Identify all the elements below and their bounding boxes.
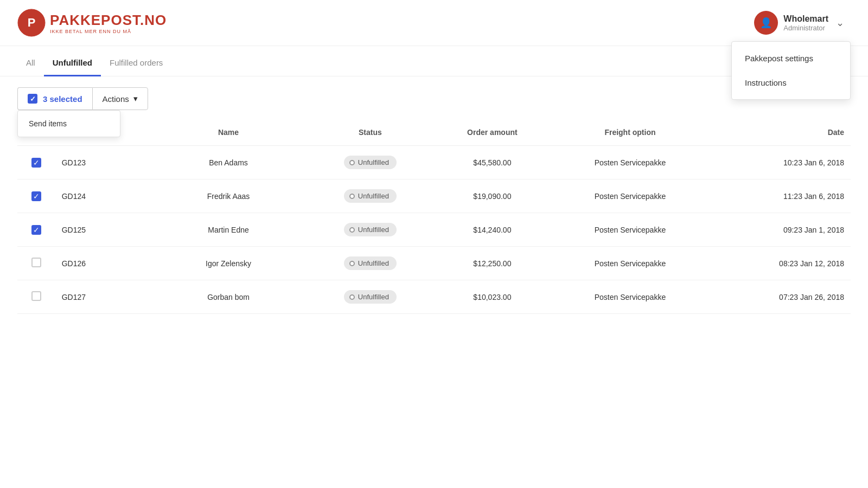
tab-unfulfilled[interactable]: Unfulfilled (44, 50, 101, 76)
actions-chevron-icon: ▾ (133, 94, 138, 104)
status-dot-icon (349, 227, 355, 233)
table-row: ✓ GD125 Martin Edne Unfulfilled $14,240.… (17, 213, 851, 247)
row-amount: $10,023.00 (433, 280, 552, 314)
avatar: 👤 (754, 11, 778, 35)
row-checkbox[interactable]: ✓ (31, 158, 41, 168)
row-orderid: GD126 (55, 247, 150, 280)
row-name: Ben Adams (150, 146, 307, 179)
logo-area: P PAKKEPOST.NO IKKE BETAL MER ENN DU MÅ (17, 9, 167, 37)
row-freight: Posten Servicepakke (551, 247, 709, 280)
row-freight: Posten Servicepakke (551, 146, 709, 179)
row-freight: Posten Servicepakke (551, 280, 709, 314)
status-label: Unfulfilled (358, 226, 389, 234)
row-orderid: GD127 (55, 280, 150, 314)
row-status: Unfulfilled (307, 280, 433, 314)
col-header-name: Name (150, 119, 307, 146)
status-badge: Unfulfilled (344, 256, 397, 270)
row-date: 07:23 Jan 26, 2018 (709, 280, 851, 314)
row-checkbox-cell[interactable]: ✓ (17, 179, 55, 213)
row-checkbox-cell[interactable]: ✓ (17, 146, 55, 179)
status-dot-icon (349, 160, 355, 165)
row-date: 09:23 Jan 1, 2018 (709, 213, 851, 247)
row-checkbox[interactable]: ✓ (31, 191, 41, 201)
orders-table-container: Orderid Name Status Order amount Freight… (0, 110, 868, 314)
user-info: Wholemart Administrator (783, 14, 828, 32)
row-orderid: GD124 (55, 179, 150, 213)
status-label: Unfulfilled (358, 293, 389, 301)
row-amount: $12,250.00 (433, 247, 552, 280)
orders-table: Orderid Name Status Order amount Freight… (17, 119, 851, 314)
table-row: GD127 Gorban bom Unfulfilled $10,023.00 … (17, 280, 851, 314)
row-checkbox-cell[interactable]: ✓ (17, 213, 55, 247)
tab-all[interactable]: All (17, 50, 44, 76)
dropdown-item-pakkepost-settings[interactable]: Pakkepost settings (732, 46, 850, 70)
status-label: Unfulfilled (358, 192, 389, 200)
user-dropdown-menu: Pakkepost settings Instructions (731, 41, 851, 100)
logo-tagline: IKKE BETAL MER ENN DU MÅ (50, 29, 167, 34)
row-date: 10:23 Jan 6, 2018 (709, 146, 851, 179)
actions-dropdown-menu: Send items (17, 110, 120, 137)
table-row: GD126 Igor Zelensky Unfulfilled $12,250.… (17, 247, 851, 280)
status-badge: Unfulfilled (344, 156, 397, 169)
user-name: Wholemart (783, 14, 828, 24)
status-badge: Unfulfilled (344, 223, 397, 236)
row-name: Martin Edne (150, 213, 307, 247)
header: P PAKKEPOST.NO IKKE BETAL MER ENN DU MÅ … (0, 0, 868, 46)
row-checkbox[interactable] (31, 258, 41, 267)
status-label: Unfulfilled (358, 158, 389, 166)
status-badge: Unfulfilled (344, 290, 397, 304)
actions-button[interactable]: Actions ▾ (92, 87, 148, 110)
row-status: Unfulfilled (307, 179, 433, 213)
user-role: Administrator (783, 24, 828, 32)
svg-text:P: P (28, 16, 36, 29)
row-checkbox-cell[interactable] (17, 280, 55, 314)
table-row: ✓ GD124 Fredrik Aaas Unfulfilled $19,090… (17, 179, 851, 213)
actions-label: Actions (103, 94, 129, 104)
actions-send-items[interactable]: Send items (18, 113, 120, 134)
col-header-status: Status (307, 119, 433, 146)
row-amount: $14,240.00 (433, 213, 552, 247)
row-freight: Posten Servicepakke (551, 179, 709, 213)
row-name: Gorban bom (150, 280, 307, 314)
selected-count-label: 3 selected (43, 94, 82, 104)
status-dot-icon (349, 261, 355, 266)
logo-name: PAKKEPOST.NO (50, 12, 167, 29)
row-orderid: GD123 (55, 146, 150, 179)
tab-fulfilled[interactable]: Fulfilled orders (101, 50, 171, 76)
row-checkbox[interactable]: ✓ (31, 225, 41, 235)
row-date: 08:23 Jan 12, 2018 (709, 247, 851, 280)
selected-badge: ✓ 3 selected (17, 87, 92, 110)
col-header-date: Date (709, 119, 851, 146)
status-label: Unfulfilled (358, 259, 389, 267)
row-status: Unfulfilled (307, 146, 433, 179)
chevron-down-icon: ⌄ (836, 17, 844, 29)
status-badge: Unfulfilled (344, 189, 397, 203)
row-amount: $45,580.00 (433, 146, 552, 179)
row-freight: Posten Servicepakke (551, 213, 709, 247)
logo-text: PAKKEPOST.NO IKKE BETAL MER ENN DU MÅ (50, 12, 167, 34)
row-checkbox-cell[interactable] (17, 247, 55, 280)
row-date: 11:23 Jan 6, 2018 (709, 179, 851, 213)
bulk-checkbox[interactable]: ✓ (28, 94, 37, 104)
row-status: Unfulfilled (307, 213, 433, 247)
user-menu-trigger[interactable]: 👤 Wholemart Administrator ⌄ (748, 7, 851, 39)
dropdown-item-instructions[interactable]: Instructions (732, 70, 850, 95)
row-name: Igor Zelensky (150, 247, 307, 280)
table-row: ✓ GD123 Ben Adams Unfulfilled $45,580.00… (17, 146, 851, 179)
row-orderid: GD125 (55, 213, 150, 247)
row-amount: $19,090.00 (433, 179, 552, 213)
row-status: Unfulfilled (307, 247, 433, 280)
row-name: Fredrik Aaas (150, 179, 307, 213)
col-header-freight: Freight option (551, 119, 709, 146)
status-dot-icon (349, 194, 355, 199)
row-checkbox[interactable] (31, 291, 41, 301)
col-header-amount: Order amount (433, 119, 552, 146)
logo-icon: P (17, 9, 46, 37)
status-dot-icon (349, 294, 355, 300)
